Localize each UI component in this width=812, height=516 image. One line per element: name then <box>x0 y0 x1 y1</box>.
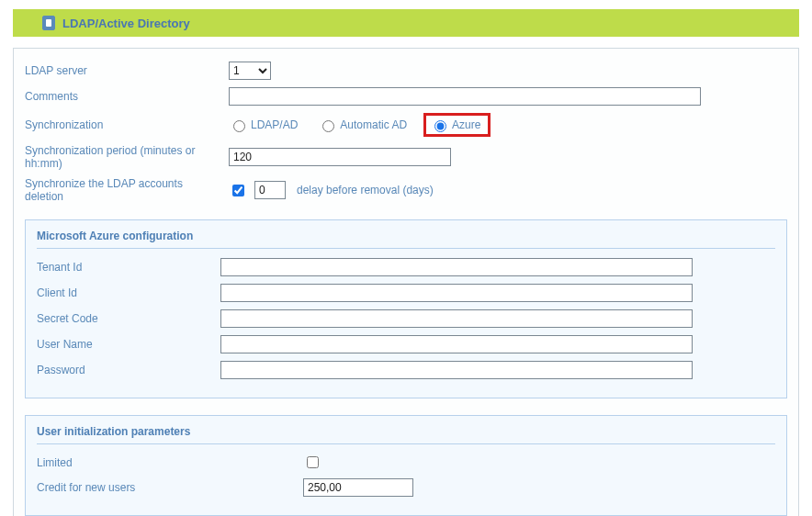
password-input[interactable] <box>220 361 693 379</box>
azure-config-section: Microsoft Azure configuration Tenant Id … <box>25 219 787 398</box>
comments-label: Comments <box>25 90 229 103</box>
userinit-section-title: User initialization parameters <box>37 425 775 444</box>
radio-ldap-ad[interactable] <box>233 120 245 132</box>
ldap-server-select[interactable]: 1 <box>229 62 271 80</box>
client-input[interactable] <box>220 284 693 302</box>
delay-text: delay before removal (days) <box>297 184 434 196</box>
comments-input[interactable] <box>229 87 701 106</box>
radio-automatic-ad[interactable] <box>322 120 334 132</box>
tenant-label: Tenant Id <box>37 261 220 274</box>
limited-label: Limited <box>37 456 303 469</box>
page-title: LDAP/Active Directory <box>62 17 190 30</box>
secret-input[interactable] <box>220 309 693 328</box>
azure-section-title: Microsoft Azure configuration <box>37 230 775 249</box>
credit-input[interactable] <box>303 478 413 497</box>
synchronization-label: Synchronization <box>25 118 229 131</box>
radio-automatic-ad-label: Automatic AD <box>340 118 407 131</box>
ldap-icon <box>42 16 55 30</box>
sync-delete-label: Synchronize the LDAP accounts deletion <box>25 177 229 203</box>
sync-option-automatic[interactable]: Automatic AD <box>318 118 407 132</box>
delay-input[interactable] <box>254 181 286 199</box>
ldap-settings-panel: LDAP server 1 Comments Synchronization L… <box>13 48 799 516</box>
tenant-input[interactable] <box>220 258 693 276</box>
radio-azure[interactable] <box>434 120 446 132</box>
sync-option-azure[interactable]: Azure <box>430 118 480 132</box>
sync-period-label: Synchronization period (minutes or hh:mm… <box>25 144 229 170</box>
radio-ldap-ad-label: LDAP/AD <box>251 118 298 131</box>
limited-checkbox[interactable] <box>307 456 319 468</box>
radio-azure-label: Azure <box>452 118 480 131</box>
page-header: LDAP/Active Directory <box>13 9 799 37</box>
credit-label: Credit for new users <box>37 481 303 494</box>
secret-label: Secret Code <box>37 312 220 325</box>
sync-option-ldapad[interactable]: LDAP/AD <box>229 118 298 132</box>
sync-period-input[interactable] <box>229 148 451 166</box>
sync-delete-checkbox[interactable] <box>232 185 244 196</box>
ldap-server-label: LDAP server <box>25 64 229 77</box>
password-label: Password <box>37 364 220 376</box>
username-label: User Name <box>37 338 220 351</box>
user-init-section: User initialization parameters Limited C… <box>25 415 787 516</box>
azure-highlight: Azure <box>423 113 491 137</box>
username-input[interactable] <box>220 335 693 353</box>
client-label: Client Id <box>37 286 220 299</box>
